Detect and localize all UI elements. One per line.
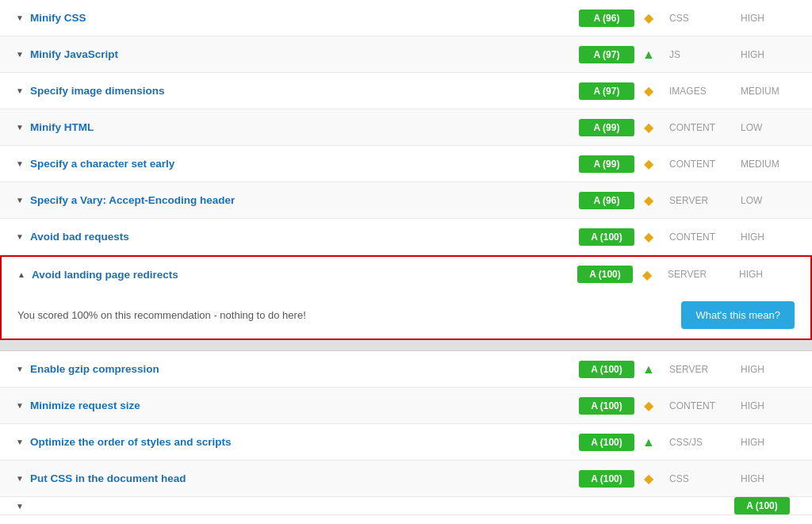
trend-character-set: ◆ <box>641 156 657 171</box>
expanded-text-landing-redirects: You scored 100% on this recommendation -… <box>17 309 306 321</box>
toggle-request-size[interactable]: ▼ <box>16 401 25 410</box>
trend-minify-css: ◆ <box>641 10 657 25</box>
title-request-size[interactable]: Minimize request size <box>30 400 140 411</box>
row-bad-requests: ▼ Avoid bad requests A (100) ◆ CONTENT H… <box>0 219 812 255</box>
title-bad-requests[interactable]: Avoid bad requests <box>30 231 129 243</box>
priority-minify-css: HIGH <box>741 13 796 24</box>
row-vary-header: ▼ Specify a Vary: Accept-Encoding header… <box>0 182 812 219</box>
row-name-gzip: ▼ Enable gzip compression <box>16 363 579 375</box>
row-minify-js: ▼ Minify JavaScript A (97) ▲ JS HIGH <box>0 36 812 73</box>
trend-css-head: ◆ <box>641 471 657 486</box>
whats-mean-button[interactable]: What's this mean? <box>681 301 795 329</box>
category-minify-js: JS <box>669 49 741 60</box>
badge-gzip: A (100) <box>579 361 634 378</box>
performance-table: ▼ Minify CSS A (96) ◆ CSS HIGH ▼ Minify … <box>0 0 812 515</box>
badge-css-head: A (100) <box>579 470 634 488</box>
score-area-styles-order: A (100) ▲ CSS/JS HIGH <box>579 434 796 451</box>
title-minify-js[interactable]: Minify JavaScript <box>30 48 118 60</box>
priority-bad-requests: HIGH <box>741 231 796 243</box>
toggle-vary-header[interactable]: ▼ <box>16 196 25 205</box>
row-minify-html: ▼ Minify HTML A (99) ◆ CONTENT LOW <box>0 109 812 146</box>
row-minify-css: ▼ Minify CSS A (96) ◆ CSS HIGH <box>0 0 812 36</box>
row-name-styles-order: ▼ Optimize the order of styles and scrip… <box>16 436 579 448</box>
title-gzip[interactable]: Enable gzip compression <box>30 363 159 375</box>
toggle-minify-js[interactable]: ▼ <box>16 50 25 59</box>
title-styles-order[interactable]: Optimize the order of styles and scripts <box>30 436 232 448</box>
priority-gzip: HIGH <box>741 364 796 375</box>
continuation-name: ▼ <box>16 502 734 511</box>
row-image-dimensions: ▼ Specify image dimensions A (97) ◆ IMAG… <box>0 73 812 109</box>
category-vary-header: SERVER <box>669 195 741 206</box>
score-area-vary-header: A (96) ◆ SERVER LOW <box>579 192 796 209</box>
priority-minify-html: LOW <box>741 122 796 133</box>
badge-minify-css: A (96) <box>579 10 634 27</box>
toggle-character-set[interactable]: ▼ <box>16 159 25 168</box>
score-area-minify-html: A (99) ◆ CONTENT LOW <box>579 119 796 136</box>
score-area-minify-js: A (97) ▲ JS HIGH <box>579 46 796 63</box>
toggle-landing-redirects[interactable]: ▲ <box>17 270 27 279</box>
row-name-vary-header: ▼ Specify a Vary: Accept-Encoding header <box>16 194 579 206</box>
toggle-minify-html[interactable]: ▼ <box>16 123 25 132</box>
continuation-score-area: A (100) <box>734 497 796 514</box>
badge-request-size: A (100) <box>579 397 634 415</box>
row-gzip: ▼ Enable gzip compression A (100) ▲ SERV… <box>0 351 812 388</box>
badge-image-dimensions: A (97) <box>579 82 634 100</box>
toggle-image-dimensions[interactable]: ▼ <box>16 86 25 95</box>
trend-request-size: ◆ <box>641 398 657 413</box>
title-minify-css[interactable]: Minify CSS <box>30 12 86 24</box>
trend-minify-js: ▲ <box>641 48 657 62</box>
toggle-gzip[interactable]: ▼ <box>16 365 25 373</box>
score-area-request-size: A (100) ◆ CONTENT HIGH <box>579 397 796 415</box>
priority-request-size: HIGH <box>741 400 796 411</box>
priority-minify-js: HIGH <box>741 49 796 60</box>
title-css-head[interactable]: Put CSS in the document head <box>30 472 186 484</box>
title-vary-header[interactable]: Specify a Vary: Accept-Encoding header <box>30 194 235 206</box>
toggle-bad-requests[interactable]: ▼ <box>16 232 25 241</box>
toggle-minify-css[interactable]: ▼ <box>16 13 25 22</box>
title-landing-redirects[interactable]: Avoid landing page redirects <box>32 269 178 281</box>
badge-vary-header: A (96) <box>579 192 634 209</box>
rows-group-1: ▼ Minify CSS A (96) ◆ CSS HIGH ▼ Minify … <box>0 0 812 340</box>
trend-image-dimensions: ◆ <box>641 83 657 98</box>
trend-gzip: ▲ <box>641 362 657 377</box>
priority-character-set: MEDIUM <box>741 159 796 170</box>
expanded-content-landing-redirects: You scored 100% on this recommendation -… <box>0 292 812 340</box>
continuation-toggle[interactable]: ▼ <box>16 502 25 511</box>
score-area-character-set: A (99) ◆ CONTENT MEDIUM <box>579 155 796 173</box>
category-bad-requests: CONTENT <box>669 231 741 243</box>
row-character-set: ▼ Specify a character set early A (99) ◆… <box>0 146 812 182</box>
priority-css-head: HIGH <box>741 473 796 484</box>
category-css-head: CSS <box>669 473 741 484</box>
category-minify-css: CSS <box>669 13 741 24</box>
row-request-size: ▼ Minimize request size A (100) ◆ CONTEN… <box>0 388 812 424</box>
category-request-size: CONTENT <box>669 400 741 411</box>
toggle-css-head[interactable]: ▼ <box>16 474 25 483</box>
continuation-row: ▼ A (100) <box>0 497 812 515</box>
trend-vary-header: ◆ <box>641 193 657 208</box>
badge-minify-js: A (97) <box>579 46 634 63</box>
badge-bad-requests: A (100) <box>579 228 634 246</box>
toggle-styles-order[interactable]: ▼ <box>16 438 25 446</box>
category-styles-order: CSS/JS <box>669 437 741 448</box>
category-landing-redirects: SERVER <box>668 269 739 280</box>
score-area-image-dimensions: A (97) ◆ IMAGES MEDIUM <box>579 82 796 100</box>
priority-vary-header: LOW <box>741 195 796 206</box>
trend-styles-order: ▲ <box>641 435 657 449</box>
trend-minify-html: ◆ <box>641 120 657 135</box>
priority-styles-order: HIGH <box>741 437 796 448</box>
row-name-minify-html: ▼ Minify HTML <box>16 121 579 133</box>
score-area-gzip: A (100) ▲ SERVER HIGH <box>579 361 796 378</box>
title-image-dimensions[interactable]: Specify image dimensions <box>30 85 165 97</box>
row-name-css-head: ▼ Put CSS in the document head <box>16 472 579 484</box>
title-minify-html[interactable]: Minify HTML <box>30 121 94 133</box>
row-name-bad-requests: ▼ Avoid bad requests <box>16 231 579 243</box>
badge-landing-redirects: A (100) <box>577 266 633 283</box>
row-landing-redirects: ▲ Avoid landing page redirects A (100) ◆… <box>0 255 812 292</box>
row-name-minify-js: ▼ Minify JavaScript <box>16 48 579 60</box>
badge-character-set: A (99) <box>579 155 634 173</box>
badge-minify-html: A (99) <box>579 119 634 136</box>
row-css-head: ▼ Put CSS in the document head A (100) ◆… <box>0 461 812 497</box>
title-character-set[interactable]: Specify a character set early <box>30 158 174 170</box>
trend-bad-requests: ◆ <box>641 229 657 244</box>
category-gzip: SERVER <box>669 364 741 375</box>
